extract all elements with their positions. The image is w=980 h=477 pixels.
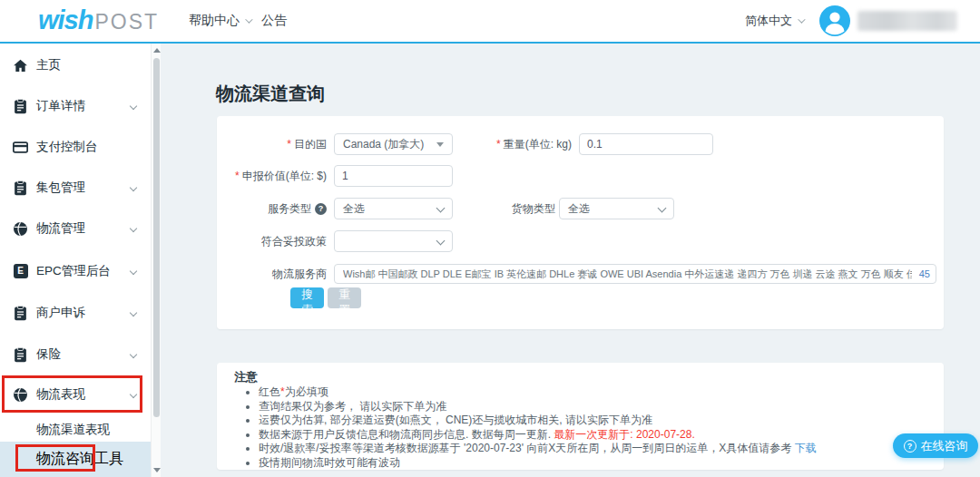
sidebar-item-parcel-management[interactable]: 集包管理 (0, 176, 151, 200)
service-type-label: 服务类型? (217, 198, 327, 219)
logo-wish-text: wish (38, 6, 93, 34)
delivery-policy-label: 符合妥投政策 (217, 230, 327, 252)
notice-item: 时效/退款率/妥投率等渠道考核数据源基于 '2020-07-23' 向前X天所在… (259, 442, 933, 456)
chevron-down-icon (658, 204, 667, 213)
sidebar-item-label: 保险 (36, 346, 61, 363)
sidebar-item-order-details[interactable]: 订单详情 (0, 94, 151, 118)
reset-button[interactable]: 重置 (328, 287, 361, 308)
notice-item: 数据来源于用户反馈信息和物流商同步信息. 数据每周一更新. 最新一次更新于: 2… (259, 428, 933, 443)
clipboard-icon (13, 180, 28, 196)
service-type-value: 全选 (343, 199, 365, 219)
sidebar-item-label: EPC管理后台 (36, 263, 111, 279)
chevron-down-icon (130, 268, 137, 275)
chevron-down-icon (130, 225, 137, 232)
language-label: 简体中文 (745, 13, 792, 29)
sidebar-item-label: 商户申诉 (36, 305, 85, 321)
chevron-down-icon (130, 102, 137, 110)
chevron-down-icon (245, 15, 252, 23)
wishpost-app: wishPOST 帮助中心 公告 简体中文 (0, 0, 980, 477)
providers-value: Wish邮 中国邮政 DLP DLE E邮宝 IB 英伦速邮 DHLe 赛诚 O… (343, 265, 912, 283)
notice-title: 注意 (234, 369, 258, 385)
sidebar-item-label: 物流咨询工具 (36, 450, 123, 469)
help-icon[interactable]: ? (315, 203, 327, 215)
sidebar-item-label: 物流表现 (36, 386, 85, 403)
home-icon (13, 58, 28, 73)
chevron-down-icon (798, 15, 805, 23)
chevron-down-icon (130, 351, 137, 358)
sidebar-item-logistics-query-tool[interactable]: 物流咨询工具 (0, 442, 151, 477)
notice-item: 红色*为必填项 (259, 385, 933, 400)
epc-icon: E (13, 264, 28, 279)
globe-icon (13, 387, 28, 403)
sidebar-item-label: 物流管理 (36, 220, 85, 237)
delivery-policy-select[interactable] (334, 230, 453, 252)
wishpost-logo[interactable]: wishPOST (38, 6, 159, 35)
online-consult-button[interactable]: ? 在线咨询 (893, 433, 978, 458)
notice-item: 疫情期间物流时效可能有波动 (259, 456, 933, 471)
globe-icon (13, 221, 28, 237)
nav-announcements[interactable]: 公告 (261, 0, 287, 42)
query-form-card: *目的国 Canada (加拿大) *重量(单位: kg) *申报价值(单位: … (217, 116, 944, 329)
nav-help-label: 帮助中心 (189, 13, 240, 29)
sidebar-item-epc-admin[interactable]: E EPC管理后台 (0, 259, 151, 283)
clipboard-icon (13, 347, 28, 363)
notice-card: 注意 红色*为必填项 查询结果仅为参考， 请以实际下单为准 运费仅为估算, 部分… (217, 363, 944, 470)
weight-label: *重量(单位: kg) (380, 133, 572, 155)
required-mark: * (235, 170, 240, 182)
scrollbar-thumb[interactable] (153, 58, 160, 417)
sidebar-item-home[interactable]: 主页 (0, 54, 151, 77)
chevron-down-icon (130, 184, 137, 191)
top-header: wishPOST 帮助中心 公告 简体中文 (0, 0, 980, 44)
online-consult-label: 在线咨询 (921, 438, 968, 454)
last-update-date: 最新一次更新于: 2020-07-28. (554, 428, 694, 441)
credit-card-icon (13, 140, 28, 155)
cargo-type-label: 货物类型 (380, 198, 555, 219)
sidebar-nav: 主页 订单详情 支付控制台 集包管理 物流管理 (0, 44, 161, 477)
user-avatar-icon[interactable] (819, 5, 850, 36)
notice-item: 查询结果仅为参考， 请以实际下单为准 (259, 400, 933, 414)
sidebar-item-merchant-appeal[interactable]: 商户申诉 (0, 301, 151, 325)
providers-select[interactable]: Wish邮 中国邮政 DLP DLE E邮宝 IB 英伦速邮 DHLe 赛诚 O… (334, 264, 936, 284)
download-link[interactable]: 下载 (795, 442, 817, 454)
username-redacted[interactable] (858, 11, 957, 31)
main-content: 物流渠道查询 *目的国 Canada (加拿大) *重量(单位: kg) *申报… (161, 44, 980, 477)
declared-value-input[interactable] (334, 165, 453, 187)
required-mark: * (287, 138, 291, 151)
chevron-down-icon (436, 237, 446, 246)
nav-announcements-label: 公告 (261, 13, 287, 29)
weight-input[interactable] (579, 133, 713, 155)
sidebar-item-logistics-performance[interactable]: 物流表现 (0, 383, 151, 406)
search-button[interactable]: 搜索 (290, 287, 324, 308)
notice-item: 运费仅为估算, 部分渠道运费(如燕文， CNE)还与揽收城市相关, 请以实际下单… (259, 414, 933, 428)
notice-list: 红色*为必填项 查询结果仅为参考， 请以实际下单为准 运费仅为估算, 部分渠道运… (259, 385, 933, 470)
sidebar-item-logistics-management[interactable]: 物流管理 (0, 217, 151, 240)
chevron-down-icon (130, 391, 137, 398)
providers-label: 物流服务商 (217, 263, 327, 285)
sidebar-item-label: 物流渠道表现 (36, 422, 110, 438)
scroll-up-icon[interactable] (153, 48, 161, 53)
sidebar-item-channel-performance[interactable]: 物流渠道表现 (0, 418, 151, 442)
declared-value-label: *申报价值(单位: $) (217, 165, 327, 187)
logo-post-text: POST (94, 8, 159, 35)
destination-label: *目的国 (217, 133, 327, 155)
sidebar-item-insurance[interactable]: 保险 (0, 343, 151, 366)
required-mark: * (496, 138, 501, 151)
cargo-type-select[interactable]: 全选 (559, 198, 674, 219)
sidebar-item-payment-console[interactable]: 支付控制台 (0, 135, 151, 159)
header-right: 简体中文 (745, 0, 980, 42)
cargo-type-value: 全选 (568, 199, 590, 219)
language-selector[interactable]: 简体中文 (745, 13, 803, 29)
clipboard-icon (13, 99, 28, 114)
sidebar-item-label: 集包管理 (36, 180, 85, 196)
page-title: 物流渠道查询 (216, 82, 325, 106)
chevron-down-icon (130, 309, 137, 316)
sidebar-scrollbar[interactable] (151, 44, 161, 477)
nav-help-center[interactable]: 帮助中心 (189, 0, 250, 42)
scroll-down-icon[interactable] (153, 468, 161, 472)
sidebar-item-label: 订单详情 (36, 98, 85, 114)
sidebar-item-label: 支付控制台 (36, 139, 98, 155)
clipboard-icon (13, 306, 28, 321)
question-circle-icon: ? (904, 440, 916, 453)
sidebar-item-label: 主页 (36, 57, 61, 73)
providers-count: 45 (919, 265, 930, 283)
